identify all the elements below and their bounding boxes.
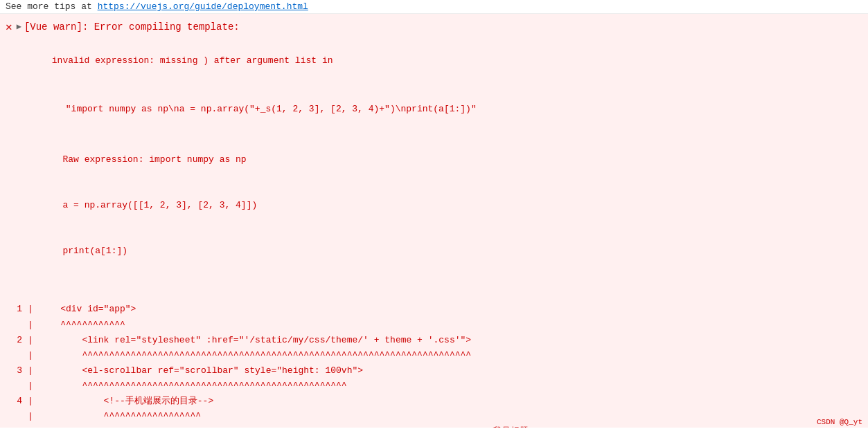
caret-row-1: | ^^^^^^^^^^^^ (6, 318, 868, 333)
triangle-icon: ▶ (17, 21, 21, 32)
error-title: [Vue warn]: Error compiling template: (24, 21, 240, 33)
caret-row-4: | ^^^^^^^^^^^^^^^^^^ (6, 409, 868, 424)
code-row-2: 2 | <link rel="stylesheet" :href="'/stat… (6, 333, 868, 348)
raw-expression-block: Raw expression: import numpy as np a = n… (19, 137, 862, 275)
line-num-5: 5 (6, 424, 22, 428)
quoted-expr-line: "import numpy as np\na = np.array("+_s(1… (19, 86, 862, 132)
code-row-1: 1 | <div id="app"> (6, 302, 868, 317)
code-row-4: 4 | <!--手机端展示的目录--> (6, 394, 868, 409)
line-num-2: 2 (6, 333, 22, 348)
raw-label: Raw expression: import numpy as np (62, 154, 246, 165)
error-body: invalid expression: missing ) after argu… (0, 38, 868, 274)
close-icon: ✕ (6, 20, 12, 34)
caret-row-3: | ^^^^^^^^^^^^^^^^^^^^^^^^^^^^^^^^^^^^^^… (6, 378, 868, 394)
line-num-1: 1 (6, 302, 22, 317)
caret-row-2: | ^^^^^^^^^^^^^^^^^^^^^^^^^^^^^^^^^^^^^^… (6, 348, 868, 363)
code-table-wrapper: 1 | <div id="app"> | ^^^^^^^^^^^^ 2 | <l… (0, 299, 868, 428)
error-header: ✕ ▶ [Vue warn]: Error compiling template… (0, 14, 868, 34)
line-num-4: 4 (6, 394, 22, 409)
code-row-3: 3 | <el-scrollbar ref="scrollbar" style=… (6, 363, 868, 378)
top-link-bar: See more tips at https://vuejs.org/guide… (0, 0, 868, 14)
deployment-link[interactable]: https://vuejs.org/guide/deployment.html (98, 1, 308, 12)
code-row-5: 5 | <el-drawer style="display: none" cus… (6, 424, 868, 428)
invalid-expr-line: invalid expression: missing ) after argu… (19, 38, 862, 84)
error-container: ✕ ▶ [Vue warn]: Error compiling template… (0, 14, 868, 428)
raw-line2: a = np.array([[1, 2, 3], [2, 3, 4]]) (62, 200, 257, 210)
line-num-3: 3 (6, 363, 22, 378)
watermark: CSDN @Q_yt (817, 418, 862, 426)
top-link-text: See more tips at (6, 1, 98, 12)
raw-line3: print(a[1:]) (62, 246, 127, 256)
